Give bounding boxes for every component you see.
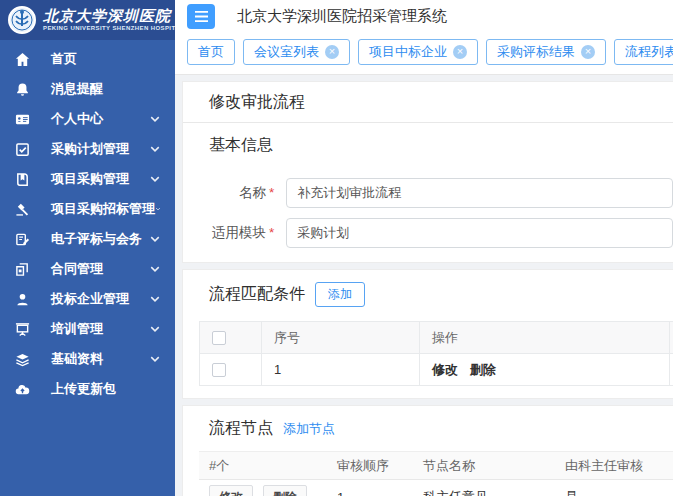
match-conditions-panel: 流程匹配条件 添加 序号 操作 字 bbox=[182, 269, 673, 399]
sidebar-item-project-procurement[interactable]: 项目采购管理 bbox=[0, 164, 175, 194]
tab-meeting-room-list[interactable]: 会议室列表 × bbox=[243, 39, 350, 65]
chevron-down-icon bbox=[149, 263, 161, 275]
process-nodes-panel: 流程节点 添加节点 #个 审核顺序 节点名称 由科主任审核 bbox=[182, 405, 673, 496]
sidebar-item-home[interactable]: 首页 bbox=[0, 44, 175, 74]
sidebar-item-bidder-enterprise[interactable]: 投标企业管理 bbox=[0, 284, 175, 314]
gavel-icon bbox=[14, 201, 31, 218]
page-content: 修改审批流程 基本信息 名称* 适用模块* 流程匹配条件 bbox=[175, 75, 673, 496]
process-nodes-section-title: 流程节点 bbox=[209, 418, 273, 439]
presentation-icon bbox=[14, 321, 31, 338]
home-icon bbox=[14, 51, 31, 68]
basic-info-form: 名称* 适用模块* bbox=[183, 162, 673, 262]
column-header-clipped: 字 bbox=[670, 322, 673, 354]
column-header-index: #个 bbox=[199, 452, 327, 480]
cloud-upload-icon bbox=[14, 381, 31, 398]
process-nodes-table: #个 审核顺序 节点名称 由科主任审核 修改 删除 1 bbox=[199, 451, 673, 496]
close-icon[interactable]: × bbox=[325, 45, 339, 59]
chevron-down-icon bbox=[149, 293, 161, 305]
table-header-row: 序号 操作 字 bbox=[200, 322, 673, 354]
sidebar-item-project-bidding[interactable]: 项目采购招标管理 bbox=[0, 194, 175, 224]
column-header-order: 审核顺序 bbox=[327, 452, 413, 480]
module-field-row: 适用模块* bbox=[183, 218, 673, 248]
sidebar-item-contract-management[interactable]: 合同管理 bbox=[0, 254, 175, 284]
node-name-cell: 科主任意见 bbox=[413, 480, 555, 496]
add-node-link[interactable]: 添加节点 bbox=[283, 420, 335, 438]
hamburger-icon[interactable] bbox=[187, 4, 215, 29]
hospital-name-en: PEKING UNIVERSITY SHENZHEN HOSPITAL bbox=[43, 25, 175, 31]
edit-link[interactable]: 修改 bbox=[432, 362, 458, 377]
required-asterisk: * bbox=[269, 185, 274, 200]
chevron-down-icon bbox=[149, 233, 161, 245]
system-title: 北京大学深圳医院招采管理系统 bbox=[237, 7, 447, 26]
column-header-action: 操作 bbox=[420, 322, 670, 354]
chevron-down-icon bbox=[149, 113, 161, 125]
sidebar-item-messages[interactable]: 消息提醒 bbox=[0, 74, 175, 104]
order-cell: 1 bbox=[327, 480, 413, 496]
table-row: 修改 删除 1 科主任意见 是 bbox=[199, 480, 673, 496]
close-icon[interactable]: × bbox=[453, 45, 467, 59]
hospital-name-cn: 北京大学深圳医院 bbox=[43, 9, 175, 25]
dept-review-cell: 是 bbox=[555, 480, 673, 496]
sidebar-nav: 首页 消息提醒 个人中心 采购计划管理 项目采购管理 bbox=[0, 40, 175, 404]
chevron-down-icon bbox=[155, 203, 161, 215]
main-area: 北京大学深圳医院招采管理系统 首页 会议室列表 × 项目中标企业 × 采购评标结… bbox=[175, 0, 673, 496]
tab-evaluation-results[interactable]: 采购评标结果 × bbox=[486, 39, 606, 65]
name-field-label: 名称 bbox=[239, 185, 266, 200]
column-header-name: 节点名称 bbox=[413, 452, 555, 480]
sidebar-item-upload-update[interactable]: 上传更新包 bbox=[0, 374, 175, 404]
column-header-seq: 序号 bbox=[262, 322, 420, 354]
basic-info-panel: 修改审批流程 基本信息 名称* 适用模块* bbox=[182, 81, 673, 263]
edit-button[interactable]: 修改 bbox=[209, 485, 253, 496]
sidebar-item-basic-data[interactable]: 基础资料 bbox=[0, 344, 175, 374]
required-asterisk: * bbox=[269, 225, 274, 240]
book-icon bbox=[14, 171, 31, 188]
user-icon bbox=[14, 291, 31, 308]
name-field-row: 名称* bbox=[183, 178, 673, 208]
document-edit-icon bbox=[14, 231, 31, 248]
sidebar-item-personal-center[interactable]: 个人中心 bbox=[0, 104, 175, 134]
bell-icon bbox=[14, 81, 31, 98]
add-condition-button[interactable]: 添加 bbox=[315, 282, 365, 307]
top-header: 北京大学深圳医院招采管理系统 bbox=[175, 0, 673, 33]
seq-cell: 1 bbox=[262, 354, 420, 386]
page-title: 修改审批流程 bbox=[183, 82, 673, 123]
sidebar-item-training-management[interactable]: 培训管理 bbox=[0, 314, 175, 344]
module-field-label: 适用模块 bbox=[212, 225, 266, 240]
column-header-dept-head: 由科主任审核 bbox=[555, 452, 673, 480]
sidebar: 北京大学深圳医院 PEKING UNIVERSITY SHENZHEN HOSP… bbox=[0, 0, 175, 496]
clipped-cell: 计 bbox=[670, 354, 673, 386]
tab-project-winning-enterprise[interactable]: 项目中标企业 × bbox=[358, 39, 478, 65]
sidebar-item-electronic-evaluation[interactable]: 电子评标与会务 bbox=[0, 224, 175, 254]
match-conditions-table: 序号 操作 字 1 修改 删除 计 bbox=[199, 321, 673, 386]
name-input[interactable] bbox=[286, 178, 673, 208]
delete-link[interactable]: 删除 bbox=[470, 362, 496, 377]
chevron-down-icon bbox=[149, 323, 161, 335]
layers-icon bbox=[14, 351, 31, 368]
hospital-emblem-icon bbox=[8, 6, 36, 34]
chevron-down-icon bbox=[149, 173, 161, 185]
tab-process-list[interactable]: 流程列表 × bbox=[614, 39, 673, 65]
tab-bar: 首页 会议室列表 × 项目中标企业 × 采购评标结果 × 流程列表 × 流程 × bbox=[175, 33, 673, 75]
chevron-down-icon bbox=[149, 353, 161, 365]
table-row: 1 修改 删除 计 bbox=[200, 354, 673, 386]
hospital-logo: 北京大学深圳医院 PEKING UNIVERSITY SHENZHEN HOSP… bbox=[0, 0, 175, 40]
id-card-icon bbox=[14, 111, 31, 128]
tab-home[interactable]: 首页 bbox=[187, 39, 235, 65]
sidebar-item-procurement-plan[interactable]: 采购计划管理 bbox=[0, 134, 175, 164]
app-window: 北京大学深圳医院 PEKING UNIVERSITY SHENZHEN HOSP… bbox=[0, 0, 673, 496]
copy-icon bbox=[14, 261, 31, 278]
row-checkbox[interactable] bbox=[212, 363, 226, 377]
delete-button[interactable]: 删除 bbox=[263, 485, 307, 496]
module-input[interactable] bbox=[286, 218, 673, 248]
chevron-down-icon bbox=[149, 143, 161, 155]
clipboard-check-icon bbox=[14, 141, 31, 158]
match-conditions-section-title: 流程匹配条件 bbox=[209, 284, 305, 305]
close-icon[interactable]: × bbox=[581, 45, 595, 59]
select-all-checkbox[interactable] bbox=[212, 331, 226, 345]
basic-info-section-title: 基本信息 bbox=[183, 123, 673, 162]
table-header-row: #个 审核顺序 节点名称 由科主任审核 bbox=[199, 452, 673, 480]
